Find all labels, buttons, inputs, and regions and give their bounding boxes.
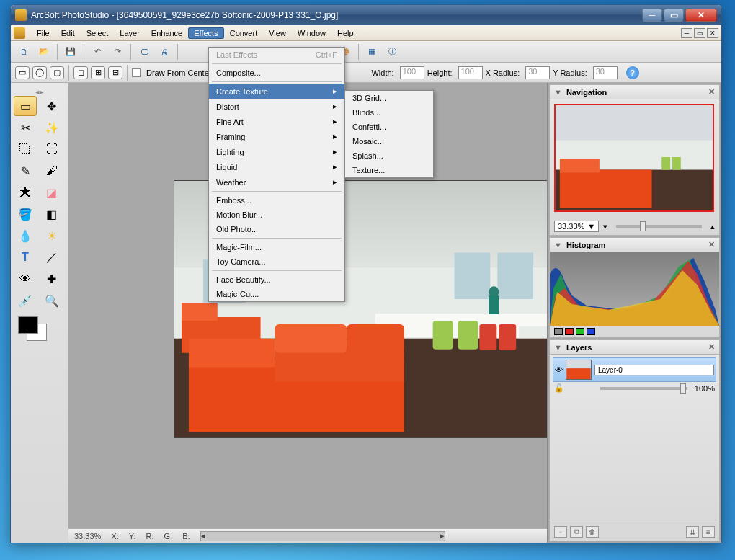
collapse-icon[interactable]: ▼ <box>554 88 562 97</box>
pen-tool-icon[interactable]: ✎ <box>14 161 37 181</box>
xradius-input[interactable]: 30 <box>525 66 550 79</box>
menu-toy-camera[interactable]: Toy Camera... <box>209 254 344 269</box>
toolbox-handle[interactable]: ◂▸ <box>14 87 65 93</box>
layer-name-input[interactable]: Layer-0 <box>594 365 714 375</box>
maximize-button[interactable]: ▭ <box>664 9 684 22</box>
menu-motion-blur[interactable]: Motion Blur... <box>209 208 344 222</box>
menu-create-texture[interactable]: Create Texture▸ <box>209 84 344 99</box>
menu-fine-art[interactable]: Fine Art▸ <box>209 114 344 129</box>
collapse-icon[interactable]: ▼ <box>554 343 562 352</box>
menu-composite[interactable]: Composite... <box>209 66 344 80</box>
channel-blue[interactable] <box>587 328 595 335</box>
open-file-icon[interactable]: 📂 <box>35 43 53 61</box>
color-swatches[interactable] <box>14 316 65 348</box>
menu-framing[interactable]: Framing▸ <box>209 129 344 144</box>
eyedropper-tool-icon[interactable]: 💉 <box>14 290 37 311</box>
menu-edit[interactable]: Edit <box>55 27 81 39</box>
menu-layer[interactable]: Layer <box>114 27 146 39</box>
menu-weather[interactable]: Weather▸ <box>209 174 344 190</box>
panel-close-icon[interactable]: ✕ <box>708 240 715 249</box>
menu-distort[interactable]: Distort▸ <box>209 99 344 114</box>
text-tool-icon[interactable]: T <box>14 247 37 267</box>
new-layer-icon[interactable]: ▫ <box>554 526 567 538</box>
menu-file[interactable]: File <box>31 27 55 39</box>
grid-icon[interactable]: ▦ <box>363 43 380 61</box>
navigation-thumbnail[interactable] <box>554 104 714 212</box>
collapse-icon[interactable]: ▼ <box>554 241 562 249</box>
capture-icon[interactable]: 🖵 <box>135 43 153 61</box>
gradient-tool-icon[interactable]: ◧ <box>40 204 63 224</box>
draw-from-center-checkbox[interactable] <box>132 68 141 77</box>
menu-view[interactable]: View <box>263 27 292 39</box>
submenu-splash[interactable]: Splash... <box>345 148 433 163</box>
opacity-slider[interactable] <box>600 387 687 390</box>
shape-roundrect-icon[interactable]: ▢ <box>50 66 64 79</box>
menu-select[interactable]: Select <box>81 27 115 39</box>
bucket-tool-icon[interactable]: 🪣 <box>14 204 37 224</box>
zoom-tool-icon[interactable]: 🔍 <box>40 290 63 311</box>
submenu-confetti[interactable]: Confetti... <box>345 120 433 134</box>
horizontal-scrollbar[interactable]: ◂▸ <box>200 531 445 541</box>
menu-help[interactable]: Help <box>331 27 360 39</box>
foreground-color-swatch[interactable] <box>18 316 38 334</box>
menu-enhance[interactable]: Enhance <box>146 27 188 39</box>
lock-icon[interactable]: 🔓 <box>554 383 564 393</box>
dodge-tool-icon[interactable]: ☀ <box>40 226 63 246</box>
lasso-tool-icon[interactable]: ✂ <box>14 117 37 138</box>
save-icon[interactable]: 💾 <box>62 43 79 61</box>
duplicate-layer-icon[interactable]: ⧉ <box>570 526 583 538</box>
height-input[interactable]: 100 <box>458 66 483 79</box>
heal-tool-icon[interactable]: ✚ <box>40 269 63 289</box>
line-tool-icon[interactable]: ／ <box>40 247 63 267</box>
menu-face-beautify[interactable]: Face Beautify... <box>209 272 344 287</box>
menu-old-photo[interactable]: Old Photo... <box>209 222 344 236</box>
visibility-icon[interactable]: 👁 <box>555 365 563 374</box>
merge-down-icon[interactable]: ⇊ <box>686 526 699 538</box>
titlebar[interactable]: ArcSoft PhotoStudio - [3649500591_929e3c… <box>11 5 721 25</box>
panel-close-icon[interactable]: ✕ <box>708 342 715 352</box>
menu-convert[interactable]: Convert <box>224 27 264 39</box>
delete-layer-icon[interactable]: 🗑 <box>586 526 599 538</box>
submenu-3d-grid[interactable]: 3D Grid... <box>345 91 433 105</box>
submenu-texture[interactable]: Texture... <box>345 163 433 177</box>
shape-ellipse-icon[interactable]: ◯ <box>32 66 47 79</box>
shape-rect-icon[interactable]: ▭ <box>15 66 30 79</box>
mode-new-icon[interactable]: ◻ <box>74 66 88 79</box>
mode-add-icon[interactable]: ⊞ <box>91 66 105 79</box>
channel-red[interactable] <box>565 328 574 335</box>
width-input[interactable]: 100 <box>400 66 424 79</box>
close-button[interactable]: ✕ <box>685 9 717 22</box>
minimize-button[interactable]: ─ <box>642 9 662 22</box>
menu-window[interactable]: Window <box>292 27 331 39</box>
blur-tool-icon[interactable]: 💧 <box>14 226 37 246</box>
mdi-close-button[interactable]: ✕ <box>707 28 718 38</box>
navigation-header[interactable]: ▼ Navigation ✕ <box>550 85 719 99</box>
flatten-icon[interactable]: ≡ <box>702 526 715 538</box>
layer-thumbnail[interactable] <box>566 360 592 380</box>
layers-header[interactable]: ▼ Layers ✕ <box>550 340 719 355</box>
submenu-blinds[interactable]: Blinds... <box>345 105 433 120</box>
yradius-input[interactable]: 30 <box>593 66 618 79</box>
zoom-slider[interactable] <box>616 225 702 228</box>
menu-magic-cut[interactable]: Magic-Cut... <box>209 287 344 301</box>
menu-liquid[interactable]: Liquid▸ <box>209 159 344 174</box>
panel-close-icon[interactable]: ✕ <box>708 87 715 97</box>
stamp-tool-icon[interactable]: 🟊 <box>14 182 37 203</box>
menu-emboss[interactable]: Emboss... <box>209 193 344 208</box>
layer-row[interactable]: 👁 Layer-0 <box>553 357 716 382</box>
marquee-tool-icon[interactable]: ▭ <box>14 96 37 116</box>
brush-tool-icon[interactable]: 🖌 <box>40 161 63 181</box>
print-icon[interactable]: 🖨 <box>156 43 173 61</box>
menu-lighting[interactable]: Lighting▸ <box>209 144 344 159</box>
transform-tool-icon[interactable]: ⛶ <box>40 139 63 159</box>
zoom-in-icon[interactable]: ▴ <box>710 222 715 231</box>
submenu-mosaic[interactable]: Mosaic... <box>345 134 433 148</box>
redeye-tool-icon[interactable]: 👁 <box>14 269 37 289</box>
menu-magic-film[interactable]: Magic-Film... <box>209 240 344 254</box>
menu-effects[interactable]: Effects <box>188 27 223 39</box>
zoom-out-icon[interactable]: ▾ <box>603 222 607 231</box>
move-tool-icon[interactable]: ✥ <box>40 96 63 116</box>
mdi-minimize-button[interactable]: ─ <box>681 28 692 38</box>
redo-icon[interactable]: ↷ <box>109 43 126 61</box>
channel-luminosity[interactable] <box>554 328 563 335</box>
